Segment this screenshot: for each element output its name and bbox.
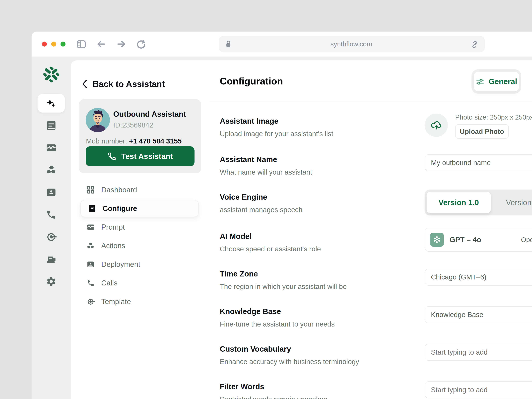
gear-icon <box>46 276 57 287</box>
back-to-assistant-link[interactable]: Back to Assistant <box>82 79 209 89</box>
phone-icon <box>87 279 95 287</box>
assistant-nav-list: Dashboard Configure <box>79 181 209 311</box>
nav-item-configure[interactable]: Configure <box>80 200 199 217</box>
office-icon <box>46 254 57 265</box>
rail-item-settings[interactable] <box>32 270 71 293</box>
general-button[interactable]: General <box>474 72 519 91</box>
knowledge-base-input[interactable] <box>424 306 532 323</box>
row-knowledge-base: Knowledge Base Fine-tune the assistant t… <box>220 307 532 328</box>
copy-link-icon[interactable] <box>471 40 478 48</box>
dots-cluster-icon <box>87 242 95 250</box>
configuration-main: Configuration General <box>209 60 532 399</box>
row-title: AI Model <box>220 232 424 241</box>
openai-logo-icon: ✻ <box>430 233 444 247</box>
rail-item-notes[interactable] <box>32 114 71 137</box>
row-description: Fine-tune the assistant to your needs <box>220 320 424 328</box>
assistant-phone: Mob number: +1 470 504 3155 <box>86 137 182 145</box>
row-description: Choose speed or assistant's role <box>220 245 424 253</box>
traffic-lights <box>42 42 65 47</box>
row-title: Assistant Image <box>220 117 424 126</box>
nav-item-dashboard[interactable]: Dashboard <box>79 181 209 199</box>
reload-icon[interactable] <box>136 39 146 49</box>
sparkles-icon <box>46 98 57 108</box>
pulse-chart-icon <box>46 142 57 153</box>
rail-item-calls[interactable] <box>32 203 71 226</box>
upload-dropzone[interactable] <box>424 114 448 137</box>
address-bar[interactable]: synthflow.com <box>219 36 485 52</box>
minimize-window-button[interactable] <box>51 42 56 47</box>
cloud-upload-icon <box>430 119 442 131</box>
row-assistant-name: Assistant Name What name will your assis… <box>220 155 532 176</box>
book-icon <box>88 204 96 212</box>
rail-item-activity[interactable] <box>32 137 71 159</box>
back-icon[interactable] <box>96 39 106 49</box>
row-time-zone: Time Zone The region in which your assis… <box>220 269 532 291</box>
nav-item-template[interactable]: Template <box>79 292 209 311</box>
assistant-avatar <box>86 108 110 132</box>
ai-model-provider: OpenAI <box>521 236 532 244</box>
assistant-nav-panel: Back to Assistant <box>71 60 209 399</box>
row-title: Voice Engine <box>220 192 424 202</box>
row-description: Upload image for your assistant's list <box>220 130 424 138</box>
ai-model-select[interactable]: ✻ GPT – 4o OpenAI <box>424 228 532 252</box>
row-title: Custom Vocabulary <box>220 344 424 354</box>
nav-item-deployment[interactable]: Deployment <box>79 255 209 274</box>
browser-window: synthflow.com <box>32 32 532 399</box>
assistant-name-input[interactable] <box>424 154 532 171</box>
chevron-left-icon <box>82 79 88 89</box>
rail-item-actions[interactable] <box>32 159 71 181</box>
photo-size-hint: Photo size: 250px x 250px <box>455 114 532 121</box>
contact-card-icon <box>87 260 95 268</box>
row-voice-engine: Voice Engine assistant manages speech Ve… <box>220 192 532 215</box>
row-custom-vocabulary: Custom Vocabulary Enhance accuracy with … <box>220 344 532 366</box>
back-label: Back to Assistant <box>93 79 165 89</box>
row-description: The region in which your assistant will … <box>220 283 424 291</box>
dashboard-grid-icon <box>87 186 95 194</box>
phone-icon <box>46 209 57 220</box>
row-title: Filter Words <box>220 382 424 391</box>
assistant-name: Outbound Assistant <box>113 110 186 119</box>
forward-icon[interactable] <box>116 39 126 49</box>
rail-item-organization[interactable] <box>32 248 71 270</box>
segment-version-1[interactable]: Version 1.0 <box>427 192 491 213</box>
close-window-button[interactable] <box>42 42 47 47</box>
custom-vocabulary-input[interactable] <box>424 344 532 361</box>
content-sheet: Back to Assistant <box>71 60 532 399</box>
orbit-icon <box>46 232 57 242</box>
time-zone-input[interactable] <box>424 269 532 286</box>
page-title: Configuration <box>220 76 283 87</box>
nav-item-actions[interactable]: Actions <box>79 236 209 255</box>
row-title: Assistant Name <box>220 155 424 164</box>
row-description: Restricted words remain unspoken <box>220 395 424 399</box>
dots-cluster-icon <box>46 165 57 175</box>
configuration-form: Assistant Image Upload image for your as… <box>209 102 532 399</box>
rail-item-templates[interactable] <box>32 226 71 248</box>
app-area: Back to Assistant <box>32 57 532 399</box>
pulse-chart-icon <box>87 223 95 231</box>
row-description: Enhance accuracy with business terminolo… <box>220 358 424 366</box>
filter-words-input[interactable] <box>424 381 532 398</box>
row-title: Time Zone <box>220 269 424 278</box>
test-assistant-button[interactable]: Test Assistant <box>86 146 195 166</box>
row-ai-model: AI Model Choose speed or assistant's rol… <box>220 232 532 253</box>
nav-item-calls[interactable]: Calls <box>79 274 209 292</box>
row-description: What name will your assistant <box>220 168 424 176</box>
browser-chrome: synthflow.com <box>32 32 532 57</box>
orbit-icon <box>87 298 95 306</box>
row-title: Knowledge Base <box>220 307 424 316</box>
book-icon <box>46 120 57 131</box>
segment-version-2[interactable]: Version <box>491 198 532 207</box>
zoom-window-button[interactable] <box>61 42 65 47</box>
row-description: assistant manages speech <box>220 206 424 214</box>
assistant-card: Outbound Assistant ID:23569842 Mob numbe… <box>79 99 201 173</box>
url-text: synthflow.com <box>232 40 471 48</box>
ai-model-value: GPT – 4o <box>450 236 481 244</box>
lock-icon <box>225 40 232 48</box>
upload-photo-button[interactable]: Upload Photo <box>455 124 509 139</box>
contact-card-icon <box>46 187 57 198</box>
rail-item-contacts[interactable] <box>32 181 71 203</box>
nav-item-prompt[interactable]: Prompt <box>79 218 209 236</box>
sidebar-toggle-icon[interactable] <box>76 39 86 49</box>
phone-outline-icon <box>108 152 116 161</box>
rail-item-assistants[interactable] <box>32 92 71 114</box>
